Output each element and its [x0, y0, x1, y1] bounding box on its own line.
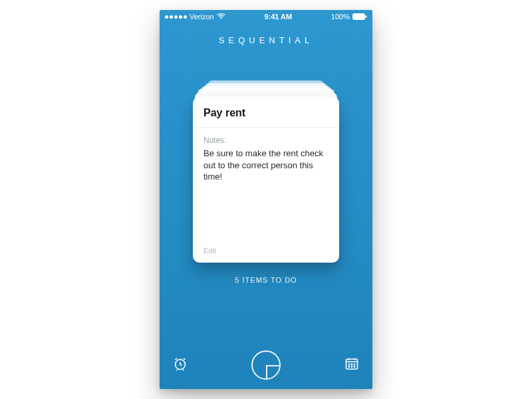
notes-body: Be sure to make the rent check out to th…	[203, 148, 329, 183]
svg-point-7	[354, 364, 354, 364]
battery-percent: 100%	[331, 13, 350, 21]
signal-dots-icon	[165, 15, 187, 19]
svg-point-8	[348, 366, 349, 367]
phone-screen: Verizon 9:41 AM 100% SEQUENTIAL Pay rent	[160, 10, 372, 389]
card-stack[interactable]: Pay rent Notes: Be sure to make the rent…	[193, 96, 339, 263]
svg-point-9	[351, 366, 352, 367]
status-bar: Verizon 9:41 AM 100%	[160, 10, 372, 23]
app-title: SEQUENTIAL	[160, 35, 372, 45]
alarm-icon	[172, 356, 188, 374]
card-title: Pay rent	[203, 107, 329, 127]
wifi-icon	[217, 13, 225, 21]
card-divider	[193, 127, 339, 128]
item-count-label: 5 ITEMS TO DO	[160, 276, 372, 284]
add-button[interactable]	[251, 350, 281, 380]
svg-rect-1	[353, 14, 365, 20]
svg-point-5	[348, 364, 349, 364]
svg-point-10	[354, 366, 354, 367]
notes-label: Notes:	[203, 136, 329, 145]
status-right: 100%	[331, 13, 367, 21]
calendar-icon	[344, 356, 360, 374]
status-left: Verizon	[165, 13, 225, 21]
svg-point-6	[351, 364, 352, 364]
status-time: 9:41 AM	[264, 13, 292, 21]
svg-point-0	[220, 18, 221, 19]
front-card[interactable]: Pay rent Notes: Be sure to make the rent…	[193, 96, 339, 263]
battery-icon	[352, 13, 367, 20]
carrier-label: Verizon	[190, 13, 214, 21]
edit-button[interactable]: Edit	[203, 247, 329, 255]
calendar-button[interactable]	[343, 356, 360, 374]
svg-rect-2	[366, 15, 367, 18]
bottom-bar	[160, 350, 372, 380]
alarm-button[interactable]	[172, 356, 189, 374]
